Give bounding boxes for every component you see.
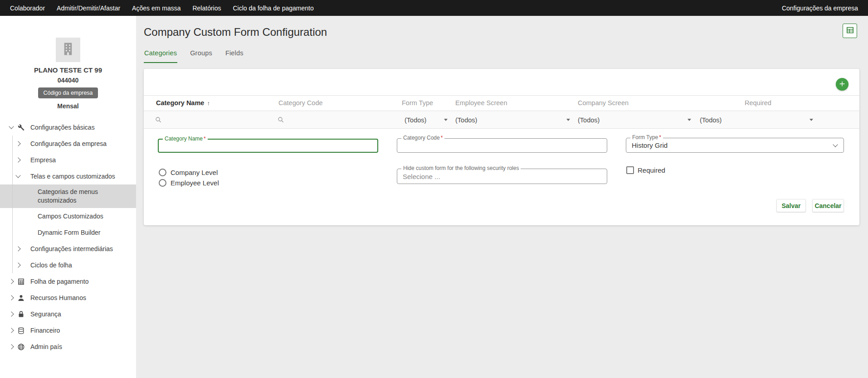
sidebar-item-ciclos-de-folha[interactable]: Ciclos de folha: [0, 257, 136, 273]
category-name-input[interactable]: Category Name*: [158, 139, 378, 153]
column-header-required[interactable]: Required: [745, 96, 771, 111]
company-code: 044040: [0, 77, 136, 84]
search-icon: [155, 117, 162, 125]
form-layout-icon: [846, 26, 854, 36]
company-logo: [56, 38, 80, 62]
sidebar-item-dynamic-form-builder[interactable]: Dynamic Form Builder: [0, 224, 136, 241]
chevron-down-icon[interactable]: [13, 175, 24, 177]
grid-filter-row: (Todos) (Todos) (Todos) (Todos): [144, 111, 859, 129]
filter-category-code-search[interactable]: [277, 116, 284, 125]
caret-down-icon: [566, 119, 570, 121]
nav-admitir-demitir-afastar[interactable]: Admitir/Demitir/Afastar: [51, 5, 126, 12]
chevron-down-icon[interactable]: [5, 126, 17, 128]
column-header-category-code[interactable]: Category Code: [278, 96, 323, 111]
plus-icon: [839, 80, 846, 89]
sidebar-item-admin-pais[interactable]: Admin país: [0, 339, 136, 355]
caret-down-icon: [444, 119, 448, 121]
form-type-value: History Grid: [626, 141, 673, 149]
tree-guide-line: [12, 136, 13, 273]
tab-fields[interactable]: Fields: [225, 49, 244, 63]
sidebar-item-empresa[interactable]: Empresa: [0, 152, 136, 168]
nav-configuracoes-da-empresa[interactable]: Configurações da empresa: [776, 5, 864, 12]
chevron-right-icon[interactable]: [5, 345, 17, 349]
form-layout-button[interactable]: [843, 24, 857, 38]
sidebar-item-categorias-de-menus-customizados[interactable]: Categorias de menus customizados: [0, 184, 136, 208]
chevron-right-icon[interactable]: [13, 158, 24, 162]
chevron-right-icon[interactable]: [13, 142, 24, 145]
chevron-right-icon[interactable]: [5, 312, 17, 316]
sidebar-item-configuracoes-basicas[interactable]: Configurações básicas: [0, 119, 136, 136]
company-name: PLANO TESTE CT 99: [0, 66, 136, 74]
company-level-radio[interactable]: Company Level: [159, 169, 218, 176]
table-grid-icon: [17, 278, 30, 286]
categories-grid-card: Category Name↑ Category Code Form Type E…: [144, 69, 859, 225]
nav-ciclo-folha-pagamento[interactable]: Ciclo da folha de pagamento: [227, 5, 320, 12]
search-icon: [277, 117, 284, 125]
sidebar-item-telas-e-campos-customizados[interactable]: Telas e campos customizados: [0, 168, 136, 184]
sort-up-arrow-icon: ↑: [207, 100, 210, 107]
chevron-right-icon[interactable]: [13, 263, 24, 267]
caret-down-icon: [809, 119, 813, 121]
required-asterisk: *: [204, 136, 206, 142]
cancel-button[interactable]: Cancelar: [812, 199, 844, 212]
add-category-button[interactable]: [836, 78, 848, 91]
sidebar: PLANO TESTE CT 99 044040 Código da empre…: [0, 16, 136, 378]
chevron-right-icon[interactable]: [5, 329, 17, 332]
save-button[interactable]: Salvar: [776, 199, 806, 212]
company-code-tooltip: Código da empresa: [38, 87, 98, 98]
filter-required-select[interactable]: (Todos): [700, 111, 813, 129]
tab-categories[interactable]: Categories: [144, 49, 177, 63]
coins-icon: [17, 327, 30, 334]
building-icon: [60, 41, 76, 59]
sidebar-item-recursos-humanos[interactable]: Recursos Humanos: [0, 290, 136, 306]
filter-form-type-select[interactable]: (Todos): [405, 111, 448, 129]
checkbox-icon[interactable]: [626, 166, 634, 174]
column-header-employee-screen[interactable]: Employee Screen: [455, 96, 507, 111]
nav-acoes-em-massa[interactable]: Ações em massa: [126, 5, 186, 12]
nav-relatorios[interactable]: Relatórios: [186, 5, 227, 12]
caret-down-icon: [688, 119, 691, 121]
tab-groups[interactable]: Groups: [190, 49, 213, 63]
top-nav-bar: Colaborador Admitir/Demitir/Afastar Açõe…: [0, 0, 868, 16]
category-code-input[interactable]: Category Code*: [397, 138, 607, 153]
nav-colaborador[interactable]: Colaborador: [4, 5, 51, 12]
wrench-icon: [17, 124, 30, 131]
filter-employee-screen-select[interactable]: (Todos): [455, 111, 570, 129]
chevron-right-icon[interactable]: [5, 280, 17, 283]
main-content: Company Custom Form Configuration Catego…: [136, 16, 868, 378]
column-header-form-type[interactable]: Form Type: [402, 96, 433, 111]
employee-level-radio[interactable]: Employee Level: [159, 179, 219, 187]
app-root: Colaborador Admitir/Demitir/Afastar Açõe…: [0, 0, 868, 378]
column-header-category-name[interactable]: Category Name↑: [156, 96, 210, 111]
required-asterisk: *: [441, 135, 443, 141]
lock-icon: [17, 310, 30, 318]
grid-header-row: Category Name↑ Category Code Form Type E…: [144, 95, 859, 111]
radio-circle-icon[interactable]: [159, 179, 166, 187]
globe-icon: [17, 343, 30, 351]
chevron-right-icon[interactable]: [5, 296, 17, 300]
radio-circle-icon[interactable]: [159, 169, 166, 176]
filter-category-name-search[interactable]: [155, 116, 162, 125]
payroll-period: Mensal: [0, 102, 136, 110]
sidebar-tree: Configurações básicas Configurações da e…: [0, 119, 136, 355]
required-checkbox[interactable]: Required: [626, 166, 665, 174]
tab-bar: Categories Groups Fields: [144, 49, 859, 63]
sidebar-item-configuracoes-intermediarias[interactable]: Configurações intermediárias: [0, 241, 136, 257]
person-icon: [17, 294, 30, 302]
security-roles-select[interactable]: Hide custom form for the following secur…: [397, 169, 607, 184]
sidebar-item-seguranca[interactable]: Segurança: [0, 306, 136, 322]
security-roles-placeholder: Selecione ...: [397, 173, 446, 180]
sidebar-item-folha-de-pagamento[interactable]: Folha de pagamento: [0, 273, 136, 290]
sidebar-item-campos-customizados[interactable]: Campos Customizados: [0, 208, 136, 224]
form-type-select[interactable]: Form Type* History Grid: [626, 138, 844, 153]
sidebar-item-configuracoes-da-empresa[interactable]: Configurações da empresa: [0, 136, 136, 152]
filter-company-screen-select[interactable]: (Todos): [578, 111, 691, 129]
page-title: Company Custom Form Configuration: [144, 25, 859, 39]
page-body: PLANO TESTE CT 99 044040 Código da empre…: [0, 16, 868, 378]
sidebar-item-financeiro[interactable]: Financeiro: [0, 322, 136, 339]
chevron-down-icon: [833, 142, 838, 147]
required-asterisk: *: [659, 134, 661, 141]
column-header-company-screen[interactable]: Company Screen: [578, 96, 629, 111]
chevron-right-icon[interactable]: [13, 247, 24, 251]
